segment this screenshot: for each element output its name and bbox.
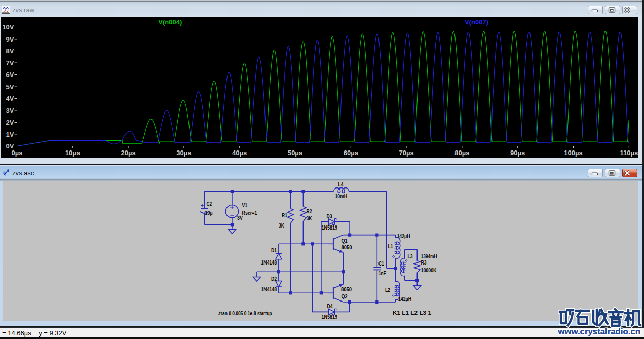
svg-text:100µs: 100µs xyxy=(564,149,582,157)
svg-text:9V: 9V xyxy=(6,35,14,43)
svg-text:Rser=1: Rser=1 xyxy=(242,210,257,216)
svg-text:10µ: 10µ xyxy=(205,210,213,216)
svg-text:110µs: 110µs xyxy=(620,149,638,157)
svg-text:L4: L4 xyxy=(338,181,344,187)
svg-text:30µs: 30µs xyxy=(176,149,191,157)
svg-text:0µs: 0µs xyxy=(12,149,23,157)
svg-text:C1: C1 xyxy=(378,260,384,267)
svg-text:R3: R3 xyxy=(421,259,427,266)
svg-text:1N4148: 1N4148 xyxy=(261,286,277,292)
svg-text:10µs: 10µs xyxy=(65,149,80,157)
svg-text:1N5819: 1N5819 xyxy=(322,224,337,231)
svg-text:50µs: 50µs xyxy=(288,149,302,157)
svg-text:3K: 3K xyxy=(279,222,284,229)
svg-text:L3: L3 xyxy=(408,253,413,259)
svg-text:1394mH: 1394mH xyxy=(421,253,437,259)
svg-text:1nF: 1nF xyxy=(378,270,386,276)
svg-text:3K: 3K xyxy=(307,215,312,221)
svg-text:V(n004): V(n004) xyxy=(158,18,182,26)
svg-text:4V: 4V xyxy=(6,95,14,102)
svg-text:D2: D2 xyxy=(271,276,277,282)
svg-text:Q2: Q2 xyxy=(342,293,348,299)
svg-text:1N5819: 1N5819 xyxy=(322,314,337,320)
svg-text:10V: 10V xyxy=(2,23,14,31)
svg-text:3V: 3V xyxy=(237,215,243,221)
svg-text:8050: 8050 xyxy=(341,286,352,292)
svg-text:70µs: 70µs xyxy=(399,149,414,157)
svg-text:3V: 3V xyxy=(6,107,14,115)
svg-text:90µs: 90µs xyxy=(510,149,525,157)
svg-text:60µs: 60µs xyxy=(344,149,358,157)
svg-text:10mH: 10mH xyxy=(335,193,348,199)
svg-text:10000K: 10000K xyxy=(421,267,437,273)
svg-text:1V: 1V xyxy=(6,131,14,138)
svg-text:V1: V1 xyxy=(242,202,248,208)
svg-text:Q1: Q1 xyxy=(342,238,348,244)
svg-text:L1: L1 xyxy=(388,243,393,249)
svg-text:D3: D3 xyxy=(327,213,332,219)
svg-text:R2: R2 xyxy=(307,208,312,214)
svg-text:C2: C2 xyxy=(207,201,212,207)
svg-text:6V: 6V xyxy=(6,71,14,79)
svg-text:V(n007): V(n007) xyxy=(465,18,488,26)
svg-text:2V: 2V xyxy=(6,119,14,126)
svg-text:7V: 7V xyxy=(6,59,14,67)
svg-text:5V: 5V xyxy=(6,83,14,91)
svg-text:R1: R1 xyxy=(282,212,287,218)
svg-text:D4: D4 xyxy=(327,303,333,309)
svg-text:K1 L1 L2 L3 1: K1 L1 L2 L3 1 xyxy=(393,310,431,316)
svg-text:8050: 8050 xyxy=(342,244,352,250)
svg-text:142µH: 142µH xyxy=(398,296,411,302)
svg-text:40µs: 40µs xyxy=(232,149,247,157)
svg-text:80µs: 80µs xyxy=(454,149,469,157)
svg-text:D1: D1 xyxy=(271,247,277,253)
svg-text:20µs: 20µs xyxy=(121,149,136,157)
svg-text:L2: L2 xyxy=(385,287,390,293)
svg-text:.tran 0 0.005 0 1e-8 startup: .tran 0 0.005 0 1e-8 startup xyxy=(218,310,272,316)
svg-text:www.crystalradio.cn: www.crystalradio.cn xyxy=(557,327,640,336)
svg-text:8V: 8V xyxy=(6,47,14,55)
svg-text:1N4148: 1N4148 xyxy=(261,259,277,266)
svg-text:142µH: 142µH xyxy=(397,233,410,239)
